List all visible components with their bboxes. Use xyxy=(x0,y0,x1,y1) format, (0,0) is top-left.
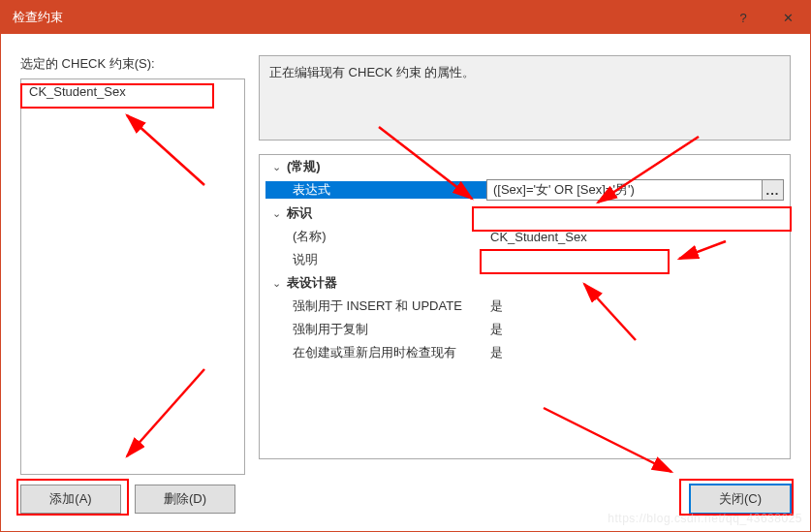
category-designer: 表设计器 xyxy=(287,274,337,292)
constraint-listbox[interactable]: CK_Student_Sex xyxy=(20,78,245,475)
titlebar: 检查约束 ? ✕ xyxy=(1,1,810,34)
add-button[interactable]: 添加(A) xyxy=(20,485,121,514)
property-grid[interactable]: ⌄(常规) 表达式 ([Sex]='女' OR [Sex]='男') ... ⌄… xyxy=(259,154,791,459)
help-button[interactable]: ? xyxy=(721,1,765,34)
close-icon: ✕ xyxy=(783,11,794,25)
constraint-list-label: 选定的 CHECK 约束(S): xyxy=(20,55,245,73)
prop-enforce-insupd-label[interactable]: 强制用于 INSERT 和 UPDATE xyxy=(293,297,483,315)
prop-expression-value[interactable]: ([Sex]='女' OR [Sex]='男') ... xyxy=(486,179,784,201)
help-icon: ? xyxy=(739,11,746,25)
window-title: 检查约束 xyxy=(13,9,721,26)
ellipsis-button[interactable]: ... xyxy=(762,180,783,200)
list-item[interactable]: CK_Student_Sex xyxy=(23,81,242,102)
expander-icon[interactable]: ⌄ xyxy=(269,207,283,220)
prop-check-existing-label[interactable]: 在创建或重新启用时检查现有 xyxy=(293,344,483,361)
prop-enforce-repl-label[interactable]: 强制用于复制 xyxy=(293,321,368,338)
expander-icon[interactable]: ⌄ xyxy=(269,277,283,290)
prop-check-existing-value[interactable]: 是 xyxy=(486,344,784,361)
description-box: 正在编辑现有 CHECK 约束 的属性。 xyxy=(259,55,791,141)
prop-name-label[interactable]: (名称) xyxy=(293,228,327,245)
prop-enforce-insupd-value[interactable]: 是 xyxy=(486,297,784,315)
prop-enforce-repl-value[interactable]: 是 xyxy=(486,321,784,338)
category-general: (常规) xyxy=(287,158,321,175)
window-close-button[interactable]: ✕ xyxy=(765,1,810,34)
prop-expression-label[interactable]: 表达式 xyxy=(293,181,330,199)
prop-name-value[interactable]: CK_Student_Sex xyxy=(486,230,784,244)
watermark: https://blog.csdn.net/qq_43638025 xyxy=(608,512,802,525)
delete-button[interactable]: 删除(D) xyxy=(135,485,235,514)
expander-icon[interactable]: ⌄ xyxy=(269,161,283,173)
prop-desc-label[interactable]: 说明 xyxy=(293,251,318,268)
close-button[interactable]: 关闭(C) xyxy=(690,485,791,514)
category-identity: 标识 xyxy=(287,204,312,222)
